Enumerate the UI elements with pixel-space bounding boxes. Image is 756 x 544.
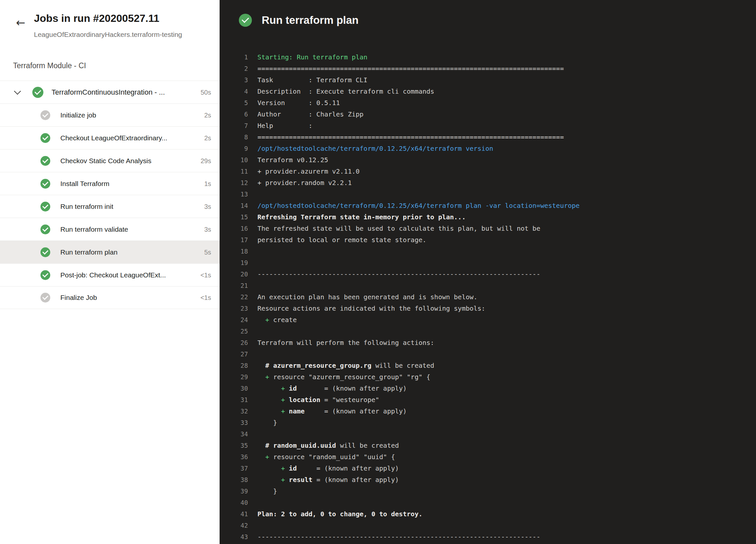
log-line[interactable]: 15 Refreshing Terraform state in-memory …	[220, 211, 756, 223]
log-text-segment: +	[281, 464, 285, 472]
log-text-segment	[257, 464, 281, 472]
step-row[interactable]: Post-job: Checkout LeagueOfExt... <1s	[0, 263, 220, 286]
log-line[interactable]: 14 /opt/hostedtoolcache/terraform/0.12.2…	[220, 200, 756, 211]
log-line[interactable]: 36 + resource "random_uuid" "uuid" {	[220, 451, 756, 463]
log-line[interactable]: 4 Description : Execute terraform cli co…	[220, 86, 756, 97]
log-output[interactable]: 1 Starting: Run terraform plan 2 =======…	[220, 52, 756, 544]
step-row[interactable]: Checkov Static Code Analysis 29s	[0, 149, 220, 172]
log-line[interactable]: 32 + name = (known after apply)	[220, 406, 756, 417]
log-line-number: 18	[220, 246, 248, 257]
success-status-icon	[239, 14, 252, 27]
log-line-content: ----------------------------------------…	[257, 531, 540, 543]
log-line[interactable]: 28 # azurerm_resource_group.rg will be c…	[220, 360, 756, 371]
log-line[interactable]: 43 -------------------------------------…	[220, 531, 756, 543]
log-line-number: 7	[220, 120, 248, 132]
log-text-segment: will be created	[336, 442, 399, 449]
log-line[interactable]: 13	[220, 189, 756, 200]
log-text-segment: + provider.random v2.2.1	[257, 179, 352, 187]
log-text-segment: id	[289, 464, 297, 472]
step-label: Run terraform init	[60, 203, 113, 210]
log-line[interactable]: 22 An execution plan has been generated …	[220, 291, 756, 303]
job-row[interactable]: TerraformContinuousIntegration - ... 50s	[0, 81, 220, 103]
log-line-content: ========================================…	[257, 63, 564, 74]
log-text-segment: create	[269, 316, 297, 324]
log-line[interactable]: 34	[220, 428, 756, 440]
log-line[interactable]: 18	[220, 246, 756, 257]
log-line-number: 40	[220, 497, 248, 508]
log-text-segment: }	[257, 419, 277, 427]
log-line-number: 2	[220, 63, 248, 74]
log-line-content: Description : Execute terraform cli comm…	[257, 86, 434, 97]
log-line[interactable]: 11 + provider.azurerm v2.11.0	[220, 166, 756, 177]
step-row[interactable]: Install Terraform 1s	[0, 172, 220, 195]
log-text-segment: An execution plan has been generated and…	[257, 293, 477, 301]
log-line[interactable]: 31 + location = "westeurope"	[220, 394, 756, 406]
log-line[interactable]: 6 Author : Charles Zipp	[220, 109, 756, 120]
back-button[interactable]: ←	[12, 14, 29, 31]
log-text-segment	[257, 442, 265, 449]
log-text-segment	[285, 464, 289, 472]
log-line[interactable]: 12 + provider.random v2.2.1	[220, 177, 756, 189]
log-line[interactable]: 30 + id = (known after apply)	[220, 383, 756, 394]
log-line-number: 21	[220, 280, 248, 291]
log-line[interactable]: 40	[220, 497, 756, 508]
log-text-segment: name	[289, 407, 304, 415]
log-text-segment: = (known after apply)	[305, 407, 407, 415]
log-line[interactable]: 37 + id = (known after apply)	[220, 463, 756, 474]
log-line-content: Author : Charles Zipp	[257, 109, 363, 120]
log-line-content: Plan: 2 to add, 0 to change, 0 to destro…	[257, 508, 423, 520]
log-line[interactable]: 16 The refreshed state will be used to c…	[220, 223, 756, 234]
log-line[interactable]: 38 + result = (known after apply)	[220, 474, 756, 486]
job-label: TerraformContinuousIntegration - ...	[52, 88, 165, 97]
log-line-number: 27	[220, 349, 248, 360]
log-line[interactable]: 23 Resource actions are indicated with t…	[220, 303, 756, 314]
log-line-content: Starting: Run terraform plan	[257, 52, 367, 63]
log-line[interactable]: 8 ======================================…	[220, 132, 756, 143]
log-line[interactable]: 35 # random_uuid.uuid will be created	[220, 440, 756, 451]
step-row[interactable]: Run terraform init 3s	[0, 195, 220, 218]
log-line[interactable]: 41 Plan: 2 to add, 0 to change, 0 to des…	[220, 508, 756, 520]
job-duration: 50s	[201, 88, 211, 96]
log-line[interactable]: 33 }	[220, 417, 756, 428]
log-line[interactable]: 25	[220, 326, 756, 337]
log-line-number: 25	[220, 326, 248, 337]
log-line[interactable]: 9 /opt/hostedtoolcache/terraform/0.12.25…	[220, 143, 756, 154]
log-text-segment: ----------------------------------------…	[257, 533, 540, 541]
log-line-content: An execution plan has been generated and…	[257, 291, 477, 303]
log-line[interactable]: 21	[220, 280, 756, 291]
log-line-number: 26	[220, 337, 248, 349]
log-line-number: 23	[220, 303, 248, 314]
log-line-content: + create	[257, 314, 297, 326]
step-duration: 2s	[204, 134, 211, 142]
log-text-segment: id	[289, 384, 297, 392]
chevron-down-icon[interactable]	[14, 87, 21, 94]
step-row[interactable]: Run terraform validate 3s	[0, 218, 220, 241]
log-line[interactable]: 26 Terraform will perform the following …	[220, 337, 756, 349]
log-line[interactable]: 19	[220, 257, 756, 269]
log-line[interactable]: 20 -------------------------------------…	[220, 269, 756, 280]
log-text-segment	[285, 384, 289, 392]
log-line[interactable]: 3 Task : Terraform CLI	[220, 74, 756, 86]
log-line[interactable]: 2 ======================================…	[220, 63, 756, 74]
log-text-segment	[257, 407, 281, 415]
step-label: Finalize Job	[60, 294, 97, 302]
log-line[interactable]: 39 }	[220, 486, 756, 497]
step-row[interactable]: Initialize job 2s	[0, 103, 220, 126]
success-status-icon	[40, 225, 50, 234]
log-line[interactable]: 27	[220, 349, 756, 360]
log-line[interactable]: 24 + create	[220, 314, 756, 326]
log-line[interactable]: 10 Terraform v0.12.25	[220, 154, 756, 166]
log-line-number: 43	[220, 531, 248, 543]
log-line[interactable]: 17 persisted to local or remote state st…	[220, 234, 756, 246]
log-line[interactable]: 5 Version : 0.5.11	[220, 97, 756, 109]
log-line[interactable]: 29 + resource "azurerm_resource_group" "…	[220, 371, 756, 383]
log-line[interactable]: 1 Starting: Run terraform plan	[220, 52, 756, 63]
step-row[interactable]: Checkout LeagueOfExtraordinary... 2s	[0, 126, 220, 149]
log-line[interactable]: 7 Help :	[220, 120, 756, 132]
log-line-number: 31	[220, 394, 248, 406]
log-line[interactable]: 42	[220, 520, 756, 531]
step-row[interactable]: Run terraform plan 5s	[0, 241, 220, 263]
step-row[interactable]: Finalize Job <1s	[0, 286, 220, 309]
log-panel-header: Run terraform plan	[239, 14, 359, 27]
step-duration: 3s	[204, 225, 211, 233]
